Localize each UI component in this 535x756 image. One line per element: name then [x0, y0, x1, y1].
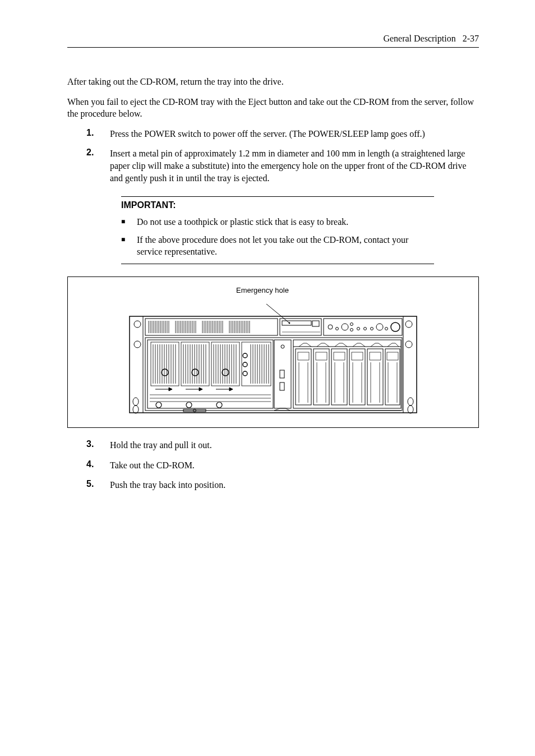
step-text: Insert a metal pin of approximately 1.2 …: [110, 147, 479, 184]
box-rule-bottom: [121, 264, 434, 264]
svg-rect-158: [334, 352, 345, 360]
step-1: 1. Press the POWER switch to power off t…: [67, 128, 479, 140]
svg-rect-144: [274, 340, 291, 408]
server-front-illustration: [127, 288, 419, 417]
page-header: General Description 2-37: [67, 34, 479, 44]
svg-rect-159: [352, 352, 363, 360]
svg-point-5: [405, 341, 412, 348]
svg-point-6: [133, 398, 139, 405]
important-item: ■ If the above procedure does not let yo…: [121, 234, 434, 258]
svg-point-141: [216, 402, 222, 408]
svg-rect-85: [181, 342, 209, 386]
svg-rect-147: [280, 382, 284, 390]
svg-rect-160: [370, 352, 381, 360]
step-number: 2.: [67, 147, 110, 184]
svg-point-145: [281, 345, 284, 348]
important-text: If the above procedure does not let you …: [137, 234, 434, 258]
paragraph-1: After taking out the CD-ROM, return the …: [67, 76, 479, 88]
svg-point-4: [134, 341, 141, 348]
figure-label: Emergency hole: [236, 286, 289, 294]
svg-rect-70: [324, 319, 402, 335]
svg-point-74: [350, 322, 353, 325]
steps-bottom: 3. Hold the tray and pull it out. 4. Tak…: [67, 439, 479, 491]
svg-point-81: [391, 322, 400, 331]
important-list: ■ Do not use a toothpick or plastic stic…: [121, 216, 434, 258]
square-bullet-icon: ■: [121, 234, 137, 258]
svg-rect-66: [282, 321, 311, 325]
important-text: Do not use a toothpick or plastic stick …: [137, 216, 348, 228]
svg-rect-86: [211, 342, 239, 386]
svg-point-139: [156, 402, 162, 408]
step-number: 1.: [67, 128, 110, 140]
svg-rect-67: [312, 321, 319, 326]
svg-point-9: [408, 405, 413, 413]
svg-point-80: [385, 327, 388, 330]
important-box: IMPORTANT: ■ Do not use a toothpick or p…: [121, 196, 434, 264]
svg-point-2: [134, 321, 141, 328]
svg-rect-155: [385, 349, 400, 405]
svg-point-126: [243, 371, 247, 376]
important-title: IMPORTANT:: [121, 200, 434, 210]
step-text: Hold the tray and pull it out.: [110, 439, 479, 451]
svg-point-122: [222, 369, 229, 376]
svg-point-125: [243, 362, 247, 367]
svg-rect-84: [151, 342, 179, 386]
header-rule: [67, 47, 479, 48]
svg-point-7: [133, 405, 139, 413]
svg-point-79: [376, 324, 383, 330]
svg-point-75: [350, 328, 353, 331]
steps-top: 1. Press the POWER switch to power off t…: [67, 128, 479, 184]
step-2: 2. Insert a metal pin of approximately 1…: [67, 147, 479, 184]
svg-point-72: [336, 327, 339, 330]
svg-point-77: [364, 327, 367, 330]
svg-point-71: [328, 325, 333, 329]
svg-rect-157: [316, 352, 327, 360]
step-text: Push the tray back into position.: [110, 479, 479, 491]
svg-point-121: [192, 369, 199, 376]
important-item: ■ Do not use a toothpick or plastic stic…: [121, 216, 434, 228]
svg-point-120: [162, 369, 168, 376]
svg-point-140: [186, 402, 192, 408]
svg-point-124: [243, 353, 247, 358]
square-bullet-icon: ■: [121, 216, 137, 228]
svg-rect-156: [298, 352, 309, 360]
box-rule-top: [121, 196, 434, 197]
page-number: 2-37: [463, 34, 479, 43]
step-4: 4. Take out the CD-ROM.: [67, 459, 479, 472]
step-number: 3.: [67, 439, 110, 451]
step-3: 3. Hold the tray and pull it out.: [67, 439, 479, 451]
step-number: 5.: [67, 479, 110, 491]
svg-rect-12: [145, 319, 278, 335]
svg-point-73: [342, 324, 348, 330]
page: General Description 2-37 After taking ou…: [0, 0, 535, 533]
step-5: 5. Push the tray back into position.: [67, 479, 479, 491]
step-text: Take out the CD-ROM.: [110, 459, 479, 472]
figure: Emergency hole: [127, 288, 419, 420]
svg-rect-146: [280, 370, 284, 378]
paragraph-2: When you fail to eject the CD-ROM tray w…: [67, 96, 479, 120]
svg-point-78: [371, 327, 373, 330]
step-text: Press the POWER switch to power off the …: [110, 128, 479, 140]
svg-rect-161: [387, 352, 398, 360]
svg-point-76: [357, 327, 360, 330]
section-title: General Description: [383, 34, 455, 43]
step-number: 4.: [67, 459, 110, 472]
svg-point-69: [289, 322, 290, 324]
figure-frame: Emergency hole: [67, 276, 479, 428]
svg-point-8: [408, 398, 413, 405]
svg-point-3: [405, 321, 412, 328]
